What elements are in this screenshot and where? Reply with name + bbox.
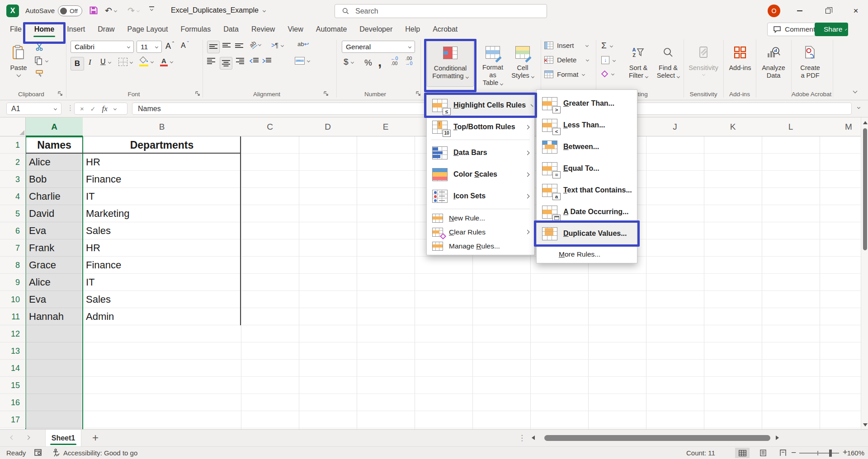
tab-formulas[interactable]: Formulas — [174, 22, 217, 37]
analyze-data-button[interactable]: Analyze Data — [759, 40, 788, 87]
cell-B2[interactable]: HR — [83, 154, 241, 171]
collapse-ribbon-icon[interactable] — [853, 89, 858, 94]
row-header-9[interactable]: 9 — [0, 274, 26, 291]
next-sheet-icon[interactable] — [26, 436, 30, 440]
cell-B9[interactable]: IT — [83, 274, 241, 291]
copy-button[interactable] — [34, 56, 48, 65]
align-right-button[interactable] — [236, 58, 244, 64]
row-header-4[interactable]: 4 — [0, 188, 26, 205]
zoom-slider-thumb[interactable] — [829, 450, 832, 457]
tab-data[interactable]: Data — [217, 22, 245, 37]
fill-color-button[interactable] — [139, 57, 153, 66]
drag-handle-icon[interactable]: ⋮ — [67, 104, 74, 112]
scroll-left-icon[interactable] — [532, 436, 535, 440]
create-pdf-button[interactable]: Create a PDF — [794, 40, 826, 87]
tab-insert[interactable]: Insert — [61, 22, 91, 37]
font-size-select[interactable]: 11 — [137, 41, 162, 53]
percent-style-button[interactable]: % — [364, 58, 372, 68]
merge-center-button[interactable]: ↔ — [295, 57, 310, 65]
submenu-item-greater-than[interactable]: > Greater Than... — [537, 93, 637, 114]
column-header-K[interactable]: K — [704, 117, 762, 136]
cut-button[interactable] — [35, 42, 44, 51]
align-left-button[interactable] — [207, 58, 215, 64]
conditional-formatting-button[interactable]: Conditional Formatting — [427, 40, 474, 87]
row-header-11[interactable]: 11 — [0, 308, 26, 325]
sheet-options-icon[interactable]: ⋮ — [518, 433, 526, 443]
add-ins-button[interactable]: Add-ins — [726, 40, 754, 87]
font-name-select[interactable]: Calibri — [71, 41, 134, 53]
normal-view-button[interactable] — [735, 448, 750, 458]
tab-acrobat[interactable]: Acrobat — [426, 22, 464, 37]
insert-cells-button[interactable]: Insert — [544, 42, 588, 49]
restore-button[interactable] — [820, 4, 835, 18]
increase-font-button[interactable]: Aˆ — [165, 42, 174, 51]
cell-B5[interactable]: Marketing — [83, 205, 241, 222]
row-header-14[interactable]: 14 — [0, 360, 26, 377]
clear-button[interactable] — [602, 71, 614, 76]
autosum-button[interactable]: Σ — [601, 41, 613, 51]
menu-item-data-bars[interactable]: Data Bars — [427, 142, 534, 164]
decrease-decimal-button[interactable]: .00 →0 — [405, 56, 412, 66]
font-color-button[interactable]: A — [160, 57, 173, 66]
cell-B7[interactable]: HR — [83, 239, 241, 257]
accessibility-icon[interactable] — [52, 449, 60, 457]
column-header-L[interactable]: L — [762, 117, 820, 136]
customize-quick-access-button[interactable] — [149, 6, 154, 10]
sheet-tab-sheet1[interactable]: Sheet1 — [45, 430, 81, 447]
comma-style-button[interactable]: , — [378, 54, 382, 70]
scroll-right-icon[interactable] — [776, 436, 779, 440]
close-button[interactable]: × — [848, 4, 863, 18]
insert-function-icon[interactable]: fx — [102, 104, 108, 113]
row-header-8[interactable]: 8 — [0, 257, 26, 274]
column-header-E[interactable]: E — [357, 117, 415, 136]
submenu-item-equal-to[interactable]: = Equal To... — [537, 158, 637, 179]
column-header-C[interactable]: C — [241, 117, 299, 136]
decrease-font-button[interactable]: Aˇ — [181, 42, 189, 50]
select-all-corner[interactable] — [0, 117, 26, 136]
chevron-down-icon[interactable] — [113, 107, 117, 110]
tab-help[interactable]: Help — [399, 22, 426, 37]
menu-item-clear-rules[interactable]: Clear Rules — [427, 225, 534, 239]
zoom-slider-track[interactable] — [799, 453, 839, 454]
expand-formula-bar-icon[interactable] — [857, 106, 860, 109]
row-header-10[interactable]: 10 — [0, 291, 26, 308]
enter-icon[interactable]: ✓ — [90, 105, 96, 112]
submenu-item-text-that-contains[interactable]: a Text that Contains... — [537, 179, 637, 201]
middle-align-button[interactable] — [222, 42, 231, 48]
column-header-J[interactable]: J — [646, 117, 704, 136]
share-button[interactable]: Share — [815, 23, 848, 36]
underline-button[interactable]: U — [100, 58, 111, 66]
row-header-7[interactable]: 7 — [0, 239, 26, 257]
font-dialog-launcher-icon[interactable] — [195, 91, 200, 96]
cell-B10[interactable]: Sales — [83, 291, 241, 308]
format-cells-button[interactable]: Format — [544, 70, 585, 78]
column-header-M[interactable]: M — [820, 117, 861, 136]
increase-indent-button[interactable] — [262, 58, 271, 64]
format-painter-button[interactable] — [35, 70, 44, 78]
document-title[interactable]: Excel_Duplicates_Example — [171, 6, 265, 14]
submenu-item-between[interactable]: Between... — [537, 136, 637, 158]
bold-button[interactable]: B — [71, 57, 84, 70]
wrap-text-button[interactable]: ab↩ — [297, 41, 309, 47]
submenu-item-more-rules[interactable]: More Rules... — [537, 247, 637, 261]
zoom-out-button[interactable]: − — [791, 448, 796, 458]
submenu-item-duplicate-values[interactable]: Duplicate Values... — [537, 223, 637, 244]
zoom-level[interactable]: 160% — [847, 449, 864, 457]
orientation-button[interactable]: ab — [250, 41, 261, 48]
column-header-A[interactable]: A — [26, 117, 83, 136]
minimize-button[interactable] — [792, 4, 807, 18]
row-header-15[interactable]: 15 — [0, 377, 26, 394]
column-header-B[interactable]: B — [83, 117, 241, 136]
submenu-item-less-than[interactable]: < Less Than... — [537, 114, 637, 136]
vertical-scrollbar[interactable] — [861, 117, 868, 429]
cell-B8[interactable]: Finance — [83, 257, 241, 274]
menu-item-color-scales[interactable]: Color Scales — [427, 164, 534, 185]
bottom-align-button[interactable] — [235, 42, 243, 48]
tab-file[interactable]: File — [4, 22, 28, 37]
row-header-13[interactable]: 13 — [0, 342, 26, 360]
vertical-scroll-thumb[interactable] — [863, 128, 867, 250]
menu-item-manage-rules[interactable]: Manage Rules... — [427, 239, 534, 253]
row-header-17[interactable]: 17 — [0, 411, 26, 428]
new-sheet-button[interactable]: + — [92, 431, 99, 444]
borders-button[interactable] — [118, 58, 132, 66]
